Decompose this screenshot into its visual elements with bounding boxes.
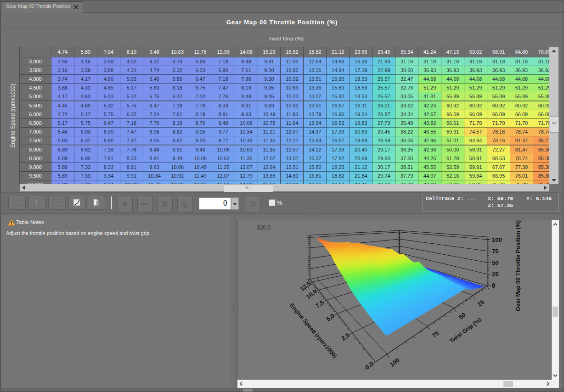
svg-text:75: 75 [431,330,440,339]
svg-text:10,0: 10,0 [305,288,318,300]
svg-text:50: 50 [492,259,498,266]
svg-text:7,5: 7,5 [314,299,325,309]
svg-text:25: 25 [476,298,486,308]
svg-text:Gear Map 00 Throttle Position: Gear Map 00 Throttle Position (%) [515,220,521,311]
svg-text:320.0: 320.0 [257,224,271,231]
svg-text:100: 100 [492,236,502,243]
svg-text:5,0: 5,0 [325,312,335,323]
svg-text:100: 100 [389,357,400,368]
svg-text:0: 0 [492,282,495,289]
svg-text:50: 50 [457,311,467,321]
svg-text:-0,0: -0,0 [362,360,375,372]
svg-text:25: 25 [492,271,498,278]
svg-text:2,5: 2,5 [340,331,350,342]
svg-text:75: 75 [492,248,498,255]
svg-text:Engine Speed (rpmx1000): Engine Speed (rpmx1000) [288,302,338,359]
svg-text:Twist Grip (%): Twist Grip (%) [448,316,482,344]
